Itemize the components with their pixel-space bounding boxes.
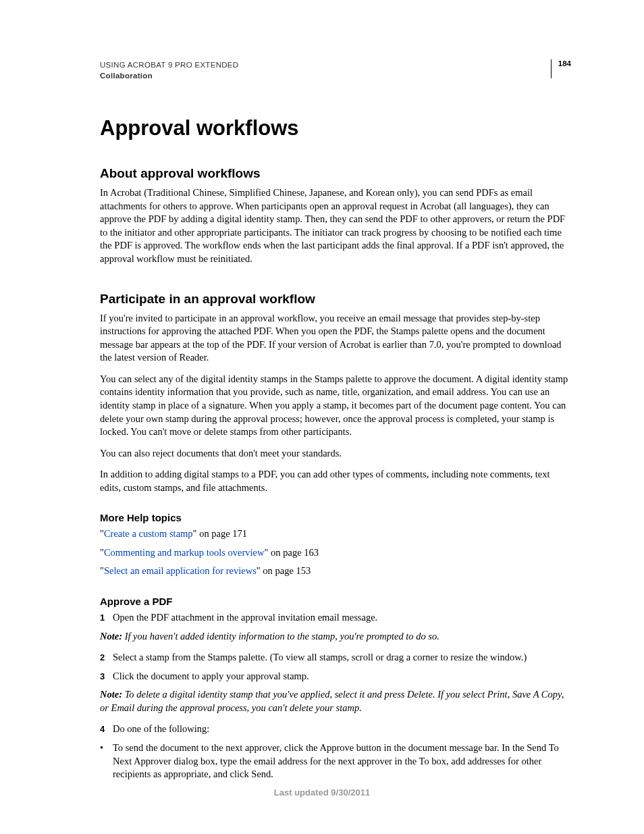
step-text: Open the PDF attachment in the approval … <box>113 611 571 625</box>
xref-link[interactable]: Commenting and markup tools overview <box>104 547 265 558</box>
document-page: USING ACROBAT 9 PRO EXTENDED Collaborati… <box>0 0 644 834</box>
note-text: Note: If you haven't added identity info… <box>100 630 571 644</box>
step-number: 2 <box>100 651 113 664</box>
bullet-row: • To send the document to the next appro… <box>100 741 571 781</box>
page-header: USING ACROBAT 9 PRO EXTENDED Collaborati… <box>100 59 571 81</box>
step-text: Select a stamp from the Stamps palette. … <box>113 651 571 664</box>
heading-about: About approval workflows <box>100 166 571 181</box>
bullet-icon: • <box>100 741 113 781</box>
heading-participate: Participate in an approval workflow <box>100 292 571 307</box>
step-row: 1 Open the PDF attachment in the approva… <box>100 611 571 625</box>
step-number: 4 <box>100 723 113 736</box>
footer-updated: Last updated 9/30/2011 <box>0 787 644 798</box>
note-label: Note: <box>100 689 122 700</box>
xref-suffix: " on page 153 <box>257 565 311 576</box>
heading-approve: Approve a PDF <box>100 596 571 607</box>
heading-more-help: More Help topics <box>100 512 571 523</box>
note-body: To delete a digital identity stamp that … <box>100 689 564 713</box>
step-row: 3 Click the document to apply your appro… <box>100 670 571 683</box>
step-number: 1 <box>100 611 113 625</box>
doc-title: USING ACROBAT 9 PRO EXTENDED <box>100 59 238 70</box>
page-title: Approval workflows <box>100 116 571 140</box>
body-text: You can also reject documents that don't… <box>100 447 571 461</box>
step-row: 4 Do one of the following: <box>100 723 571 736</box>
step-number: 3 <box>100 670 113 683</box>
body-text: In addition to adding digital stamps to … <box>100 468 571 494</box>
note-body: If you haven't added identity informatio… <box>122 631 439 642</box>
xref-link[interactable]: Create a custom stamp <box>104 528 193 539</box>
body-text: In Acrobat (Traditional Chinese, Simplif… <box>100 186 571 265</box>
xref-suffix: " on page 163 <box>265 547 319 558</box>
note-text: Note: To delete a digital identity stamp… <box>100 688 571 714</box>
xref-line: "Create a custom stamp" on page 171 <box>100 527 571 541</box>
body-text: You can select any of the digital identi… <box>100 373 571 439</box>
note-label: Note: <box>100 631 122 642</box>
step-text: Do one of the following: <box>113 723 571 736</box>
step-text: Click the document to apply your approva… <box>113 670 571 683</box>
xref-line: "Select an email application for reviews… <box>100 565 571 578</box>
bullet-text: To send the document to the next approve… <box>113 741 571 781</box>
page-number: 184 <box>551 59 571 78</box>
xref-line: "Commenting and markup tools overview" o… <box>100 546 571 560</box>
body-text: If you're invited to participate in an a… <box>100 312 571 365</box>
step-row: 2 Select a stamp from the Stamps palette… <box>100 651 571 664</box>
header-left: USING ACROBAT 9 PRO EXTENDED Collaborati… <box>100 59 238 81</box>
xref-suffix: " on page 171 <box>193 528 247 539</box>
xref-link[interactable]: Select an email application for reviews <box>104 565 257 576</box>
doc-section: Collaboration <box>100 70 238 81</box>
